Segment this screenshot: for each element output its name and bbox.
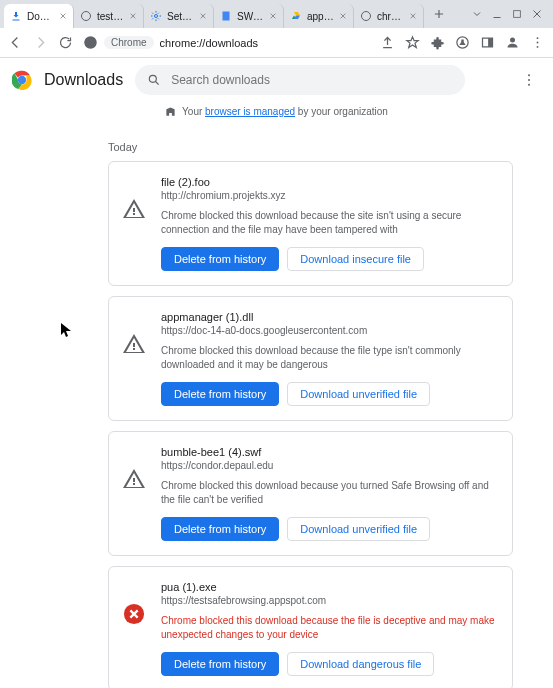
- danger-icon: [121, 601, 147, 627]
- tab-testsafebrowsing[interactable]: testsafebro: [74, 4, 144, 28]
- chrome-logo-icon: [12, 70, 32, 90]
- file-message: Chrome blocked this download because the…: [161, 614, 496, 642]
- close-icon[interactable]: [59, 12, 67, 20]
- card-actions: Delete from historyDownload dangerous fi…: [161, 652, 496, 676]
- search-box[interactable]: [135, 65, 465, 95]
- managed-suffix: by your organization: [295, 106, 388, 117]
- chrome-icon: [83, 35, 98, 50]
- globe-icon: [80, 10, 92, 22]
- close-icon[interactable]: [199, 12, 207, 20]
- more-actions-button[interactable]: [517, 68, 541, 92]
- warning-icon: [121, 331, 147, 357]
- gear-icon: [150, 10, 162, 22]
- tab-label: Settings - S: [167, 11, 194, 22]
- tab-appmanager[interactable]: appmanage: [284, 4, 354, 28]
- download-anyway-button[interactable]: Download insecure file: [287, 247, 424, 271]
- minimize-icon[interactable]: [491, 8, 503, 20]
- download-body: file (2).foohttp://chromium.projekts.xyz…: [161, 176, 496, 271]
- window-controls: [471, 8, 549, 20]
- tab-label: chromium-: [377, 11, 404, 22]
- menu-icon[interactable]: [530, 35, 545, 50]
- download-body: appmanager (1).dllhttps://doc-14-a0-docs…: [161, 311, 496, 406]
- svg-point-17: [528, 74, 530, 76]
- tab-downloads[interactable]: Downloads: [4, 4, 74, 28]
- svg-point-12: [537, 46, 539, 48]
- card-actions: Delete from historyDownload unverified f…: [161, 382, 496, 406]
- close-icon[interactable]: [129, 12, 137, 20]
- managed-text: Your browser is managed by your organiza…: [182, 106, 388, 117]
- file-message: Chrome blocked this download because you…: [161, 479, 496, 507]
- search-icon: [147, 73, 161, 87]
- doc-icon: [220, 10, 232, 22]
- download-card: file (2).foohttp://chromium.projekts.xyz…: [108, 161, 513, 286]
- close-window-icon[interactable]: [531, 8, 543, 20]
- forward-icon[interactable]: [33, 35, 48, 50]
- profile-icon[interactable]: [505, 35, 520, 50]
- svg-point-16: [149, 75, 156, 82]
- close-icon[interactable]: [339, 12, 347, 20]
- download-anyway-button[interactable]: Download unverified file: [287, 382, 430, 406]
- tab-label: SWF File D: [237, 11, 264, 22]
- tab-strip: Downloads testsafebro Settings - S SWF F…: [0, 0, 553, 28]
- warning-icon: [121, 466, 147, 492]
- card-actions: Delete from historyDownload insecure fil…: [161, 247, 496, 271]
- toolbar: Chrome chrome://downloads: [0, 28, 553, 58]
- extensions-icon[interactable]: [430, 35, 445, 50]
- svg-rect-8: [488, 38, 492, 47]
- close-icon[interactable]: [409, 12, 417, 20]
- file-message: Chrome blocked this download because the…: [161, 209, 496, 237]
- maximize-icon[interactable]: [511, 8, 523, 20]
- tab-swf[interactable]: SWF File D: [214, 4, 284, 28]
- chevron-down-icon[interactable]: [471, 8, 483, 20]
- star-icon[interactable]: [405, 35, 420, 50]
- svg-point-9: [510, 38, 515, 43]
- warning-icon: [121, 196, 147, 222]
- drive-icon: [290, 10, 302, 22]
- search-input[interactable]: [171, 73, 453, 87]
- reload-icon[interactable]: [58, 35, 73, 50]
- file-message: Chrome blocked this download because the…: [161, 344, 496, 372]
- svg-point-18: [528, 79, 530, 81]
- svg-point-11: [537, 42, 539, 44]
- download-body: pua (1).exehttps://testsafebrowsing.apps…: [161, 581, 496, 676]
- new-tab-button[interactable]: [428, 3, 450, 25]
- delete-button[interactable]: Delete from history: [161, 517, 279, 541]
- svg-rect-4: [514, 11, 521, 18]
- share-icon[interactable]: [380, 35, 395, 50]
- download-anyway-button[interactable]: Download dangerous file: [287, 652, 434, 676]
- close-icon[interactable]: [269, 12, 277, 20]
- building-icon: [165, 106, 176, 117]
- toolbar-actions: [380, 35, 545, 50]
- labs-icon[interactable]: [455, 35, 470, 50]
- page-title: Downloads: [44, 71, 123, 89]
- svg-point-19: [528, 84, 530, 86]
- side-panel-icon[interactable]: [480, 35, 495, 50]
- svg-rect-2: [223, 12, 230, 21]
- back-icon[interactable]: [8, 35, 23, 50]
- tab-settings[interactable]: Settings - S: [144, 4, 214, 28]
- downloads-list: Today file (2).foohttp://chromium.projek…: [0, 121, 553, 688]
- download-card: bumble-bee1 (4).swfhttps://condor.depaul…: [108, 431, 513, 556]
- file-source: https://testsafebrowsing.appspot.com: [161, 595, 496, 606]
- file-name: appmanager (1).dll: [161, 311, 496, 323]
- delete-button[interactable]: Delete from history: [161, 382, 279, 406]
- delete-button[interactable]: Delete from history: [161, 652, 279, 676]
- file-name: file (2).foo: [161, 176, 496, 188]
- managed-link[interactable]: browser is managed: [205, 106, 295, 117]
- download-icon: [10, 10, 22, 22]
- managed-prefix: Your: [182, 106, 205, 117]
- tab-chromium[interactable]: chromium-: [354, 4, 424, 28]
- svg-point-1: [155, 15, 158, 18]
- file-name: pua (1).exe: [161, 581, 496, 593]
- origin-chip: Chrome: [104, 36, 154, 49]
- managed-banner: Your browser is managed by your organiza…: [0, 102, 553, 121]
- file-name: bumble-bee1 (4).swf: [161, 446, 496, 458]
- file-source: http://chromium.projekts.xyz: [161, 190, 496, 201]
- svg-point-5: [84, 36, 97, 49]
- download-card: pua (1).exehttps://testsafebrowsing.apps…: [108, 566, 513, 688]
- download-anyway-button[interactable]: Download unverified file: [287, 517, 430, 541]
- delete-button[interactable]: Delete from history: [161, 247, 279, 271]
- omnibox[interactable]: Chrome chrome://downloads: [83, 35, 370, 50]
- file-source: https://condor.depaul.edu: [161, 460, 496, 471]
- download-body: bumble-bee1 (4).swfhttps://condor.depaul…: [161, 446, 496, 541]
